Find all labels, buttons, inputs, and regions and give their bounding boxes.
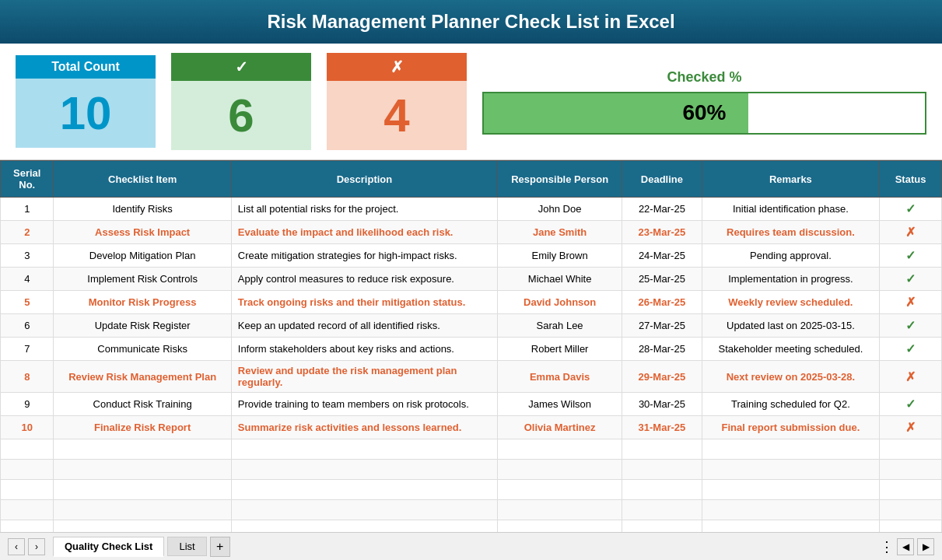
cell-deadline: 25-Mar-25: [622, 268, 702, 291]
tab-scroll-left[interactable]: ◀: [897, 538, 914, 555]
empty-cell: [702, 520, 879, 533]
empty-cell: [1, 500, 54, 520]
table-row: 5 Monitor Risk Progress Track ongoing ri…: [1, 291, 942, 314]
cell-deadline: 31-Mar-25: [622, 416, 702, 439]
table-empty-row: [1, 439, 942, 460]
cell-deadline: 29-Mar-25: [622, 361, 702, 393]
empty-cell: [880, 460, 942, 480]
col-header-remarks: Remarks: [702, 161, 879, 198]
empty-cell: [880, 439, 942, 460]
cell-deadline: 28-Mar-25: [622, 338, 702, 361]
table-row: 1 Identify Risks List all potential risk…: [1, 198, 942, 221]
empty-cell: [231, 520, 497, 533]
tab-quality-check-list[interactable]: Quality Check List: [53, 537, 164, 557]
page-title: Risk Management Planner Check List in Ex…: [0, 0, 942, 44]
tab-add-button[interactable]: +: [210, 537, 230, 557]
tab-list[interactable]: List: [167, 537, 206, 556]
cell-person: Sarah Lee: [498, 314, 622, 338]
table-empty-row: [1, 520, 942, 533]
empty-cell: [880, 500, 942, 520]
tab-prev-button[interactable]: ‹: [8, 538, 25, 555]
cell-serial: 4: [1, 268, 54, 291]
cell-serial: 5: [1, 291, 54, 314]
empty-cell: [702, 439, 879, 460]
empty-cell: [1, 460, 54, 480]
empty-cell: [231, 460, 497, 480]
tab-bar-right: ⋮ ◀ ▶: [880, 538, 934, 555]
empty-cell: [1, 520, 54, 533]
cell-status: ✗: [880, 221, 942, 244]
stats-row: Total Count 10 ✓ 6 ✗ 4 Checked % 60%: [0, 44, 942, 159]
check-icon: ✓: [905, 272, 916, 285]
empty-cell: [231, 500, 497, 520]
total-count-widget: Total Count 10: [16, 55, 156, 148]
cell-serial: 1: [1, 198, 54, 221]
cell-remarks: Next review on 2025-03-28.: [702, 361, 879, 393]
percent-text: 60%: [682, 100, 726, 125]
cell-item: Update Risk Register: [54, 314, 231, 338]
cell-status: ✗: [880, 291, 942, 314]
cell-person: Jane Smith: [498, 221, 622, 244]
cell-deadline: 30-Mar-25: [622, 393, 702, 416]
empty-cell: [54, 480, 231, 500]
cell-desc: Evaluate the impact and likelihood each …: [231, 221, 497, 244]
cell-item: Communicate Risks: [54, 338, 231, 361]
percent-widget: Checked % 60%: [482, 69, 926, 135]
cross-icon-header: ✗: [327, 53, 467, 81]
total-count-label: Total Count: [16, 55, 156, 79]
cell-deadline: 23-Mar-25: [622, 221, 702, 244]
cross-icon: ✗: [905, 226, 916, 239]
empty-cell: [622, 500, 702, 520]
table-empty-row: [1, 500, 942, 520]
cell-person: John Doe: [498, 198, 622, 221]
cell-serial: 2: [1, 221, 54, 244]
cell-item: Monitor Risk Progress: [54, 291, 231, 314]
cell-serial: 7: [1, 338, 54, 361]
cell-remarks: Training scheduled for Q2.: [702, 393, 879, 416]
col-header-deadline: Deadline: [622, 161, 702, 198]
empty-cell: [622, 520, 702, 533]
cross-count-value: 4: [327, 81, 467, 150]
cell-status: ✓: [880, 244, 942, 268]
cell-remarks: Weekly review scheduled.: [702, 291, 879, 314]
cell-item: Implement Risk Controls: [54, 268, 231, 291]
percent-bar-container: 60%: [482, 92, 926, 135]
cell-item: Finalize Risk Report: [54, 416, 231, 439]
cell-remarks: Pending approval.: [702, 244, 879, 268]
empty-cell: [880, 520, 942, 533]
cell-item: Conduct Risk Training: [54, 393, 231, 416]
cell-status: ✓: [880, 198, 942, 221]
table-empty-row: [1, 480, 942, 500]
empty-cell: [498, 520, 622, 533]
tab-scroll-right[interactable]: ▶: [917, 538, 934, 555]
check-icon: ✓: [905, 342, 916, 355]
percent-label: Checked %: [667, 69, 741, 86]
empty-cell: [54, 439, 231, 460]
col-header-status: Status: [880, 161, 942, 198]
table-row: 10 Finalize Risk Report Summarize risk a…: [1, 416, 942, 439]
table-row: 3 Develop Mitigation Plan Create mitigat…: [1, 244, 942, 268]
col-header-item: Checklist Item: [54, 161, 231, 198]
cell-person: Emma Davis: [498, 361, 622, 393]
tab-next-button[interactable]: ›: [28, 538, 45, 555]
col-header-serial: Serial No.: [1, 161, 54, 198]
empty-cell: [54, 500, 231, 520]
table-header-row: Serial No. Checklist Item Description Re…: [1, 161, 942, 198]
check-icon: ✓: [905, 202, 916, 215]
tab-more-button[interactable]: ⋮: [880, 538, 894, 555]
empty-cell: [702, 500, 879, 520]
cell-person: Michael White: [498, 268, 622, 291]
cell-status: ✓: [880, 268, 942, 291]
cell-status: ✓: [880, 314, 942, 338]
cross-widget: ✗ 4: [327, 53, 467, 150]
cell-status: ✗: [880, 361, 942, 393]
check-icon: ✓: [905, 249, 916, 262]
cell-remarks: Implementation in progress.: [702, 268, 879, 291]
cell-deadline: 26-Mar-25: [622, 291, 702, 314]
col-header-desc: Description: [231, 161, 497, 198]
table-row: 9 Conduct Risk Training Provide training…: [1, 393, 942, 416]
check-icon-header: ✓: [171, 53, 311, 81]
cell-desc: Apply control measures to reduce risk ex…: [231, 268, 497, 291]
cell-person: James Wilson: [498, 393, 622, 416]
cell-item: Review Risk Management Plan: [54, 361, 231, 393]
